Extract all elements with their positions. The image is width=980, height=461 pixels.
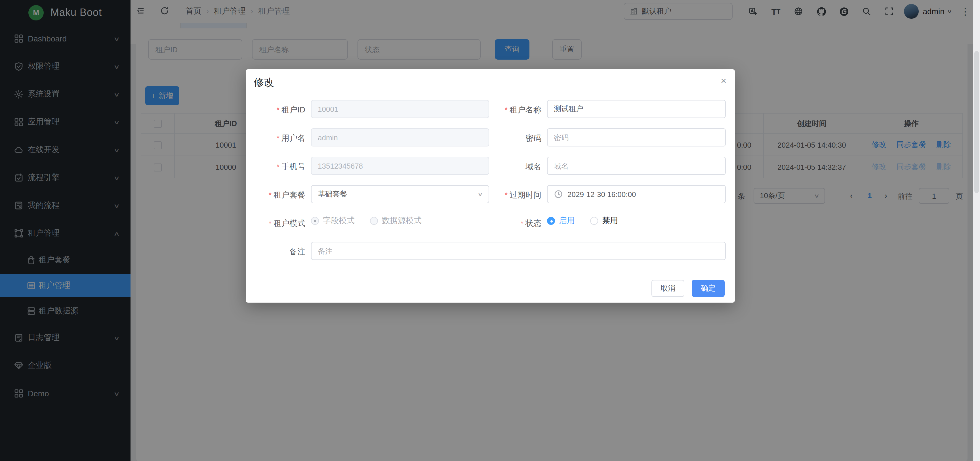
tenant-name-input[interactable] — [547, 100, 726, 118]
field-label-remark: 备注 — [261, 247, 305, 257]
package-select[interactable]: 基础套餐 ∨ — [311, 185, 489, 203]
remark-input[interactable] — [311, 242, 726, 260]
close-icon[interactable]: × — [721, 76, 726, 86]
field-label-status: 状态 — [493, 219, 541, 229]
radio-datasource-mode: 数据源模式 — [370, 216, 422, 226]
domain-input[interactable] — [547, 157, 726, 175]
dialog-footer: 取消 确定 — [651, 280, 725, 297]
field-label-tenant-name: 租户名称 — [493, 105, 541, 115]
field-label-mobile: 手机号 — [261, 162, 305, 172]
expire-datetime-picker[interactable]: 2029-12-30 16:00:00 — [547, 185, 726, 203]
field-label-mode: 租户模式 — [261, 219, 305, 229]
dialog-form: 租户ID 租户名称 用户名 密码 手机号 域名 租户套餐 — [246, 100, 735, 270]
tenant-id-input — [311, 100, 489, 118]
field-label-package: 租户套餐 — [261, 190, 305, 200]
radio-icon — [547, 217, 555, 225]
field-label-username: 用户名 — [261, 133, 305, 144]
field-label-tenant-id: 租户ID — [261, 105, 305, 115]
radio-icon — [590, 217, 598, 225]
field-label-password: 密码 — [493, 133, 541, 144]
mobile-input — [311, 157, 489, 175]
password-input[interactable] — [547, 128, 726, 147]
page-scrollbar[interactable] — [973, 0, 980, 461]
clock-icon — [554, 190, 563, 199]
app-root: M Maku Boot Dashboard ∨ 权限管理 ∨ 系统设置 ∨ 应 — [0, 0, 980, 461]
edit-tenant-dialog: 修改 × 租户ID 租户名称 用户名 密码 手机号 域名 — [246, 69, 735, 303]
username-input — [311, 128, 489, 147]
field-label-domain: 域名 — [493, 162, 541, 172]
status-radio-group: 启用 禁用 — [547, 216, 633, 226]
mode-radio-group: 字段模式 数据源模式 — [311, 216, 437, 226]
field-label-expire: 过期时间 — [493, 190, 541, 200]
confirm-button[interactable]: 确定 — [692, 280, 725, 297]
radio-enabled[interactable]: 启用 — [547, 216, 575, 226]
radio-field-mode: 字段模式 — [311, 216, 355, 226]
radio-icon — [311, 217, 319, 225]
chevron-down-icon: ∨ — [477, 191, 484, 197]
radio-icon — [370, 217, 378, 225]
dialog-title: 修改 — [254, 75, 274, 89]
radio-disabled[interactable]: 禁用 — [590, 216, 618, 226]
cancel-button[interactable]: 取消 — [651, 280, 684, 297]
scrollbar-thumb[interactable] — [974, 51, 979, 193]
